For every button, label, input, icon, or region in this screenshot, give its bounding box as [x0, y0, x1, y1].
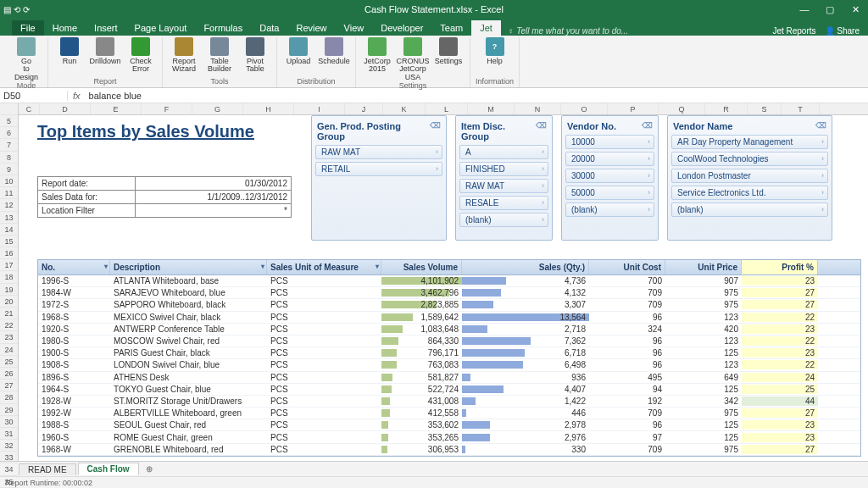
table-row[interactable]: 1992-WALBERTVILLE Whiteboard, greenPCS41… [38, 408, 860, 419]
table-row[interactable]: 1972-SSAPPORO Whiteboard, blackPCS2,823,… [38, 299, 860, 311]
table-row[interactable]: 1968-WGRENOBLE Whiteboard, redPCS306,953… [38, 444, 860, 456]
slicer-item[interactable]: RAW MAT [315, 145, 442, 159]
clear-filter-icon[interactable]: ⌫ [430, 121, 441, 141]
column-header[interactable]: Description▾ [110, 260, 267, 274]
slicer-item[interactable]: (blank) [671, 202, 828, 217]
data-table[interactable]: No.▾Description▾Sales Unit of Measure▾Sa… [37, 259, 861, 457]
slicer-item[interactable]: 10000 [565, 135, 654, 149]
slicer-item[interactable]: RESALE [459, 196, 548, 210]
table-row[interactable]: 1996-SATLANTA Whiteboard, basePCS4,101,9… [38, 275, 860, 287]
tab-review[interactable]: Review [287, 20, 335, 36]
tab-jet[interactable]: Jet [471, 20, 501, 36]
drilldown-button[interactable]: Drilldown [89, 37, 121, 74]
slicer-item[interactable]: 50000 [565, 186, 654, 200]
table-row[interactable]: 1984-WSARAJEVO Whiteboard, bluePCS3,462,… [38, 287, 860, 299]
column-header[interactable]: Sales (Qty.) [462, 260, 589, 274]
help-button[interactable]: ?Help [479, 37, 511, 65]
fx-icon[interactable]: fx [68, 91, 86, 101]
slicer-item[interactable]: RETAIL [315, 162, 442, 176]
slicer-posting-group[interactable]: Gen. Prod. Posting Group⌫RAW MATRETAIL [311, 115, 447, 241]
row-headers[interactable]: 5678910111213141516171819202122232425262… [0, 103, 19, 461]
slicer-item[interactable]: A [459, 145, 548, 159]
close-button[interactable]: ✕ [843, 4, 868, 15]
table-row[interactable]: 1988-SSEOUL Guest Chair, redPCS353,6022,… [38, 419, 860, 431]
filter-dropdown-icon[interactable]: ▾ [376, 263, 379, 270]
tab-developer[interactable]: Developer [372, 20, 431, 36]
tab-data[interactable]: Data [251, 20, 287, 36]
clear-filter-icon[interactable]: ⌫ [536, 121, 547, 141]
tell-me[interactable]: ♀ Tell me what you want to do... [508, 26, 628, 36]
title-bar: ▤ ⟲ ⟳ Cash Flow Statement.xlsx - Excel —… [0, 0, 868, 19]
slicer-item[interactable]: CoolWood Technologies [671, 152, 828, 166]
name-box[interactable]: D50 [0, 91, 68, 101]
column-headers[interactable]: CDEFGHIJKLMNOPQRST [19, 103, 868, 115]
table-row[interactable]: 1920-SANTWERP Conference TablePCS1,083,6… [38, 324, 860, 336]
column-header[interactable]: Profit % [742, 260, 818, 274]
slicer-item[interactable]: AR Day Property Management [671, 135, 828, 149]
check-error-button[interactable]: CheckError [125, 37, 157, 74]
tab-view[interactable]: View [336, 20, 373, 36]
table-row[interactable]: 1900-SPARIS Guest Chair, blackPCS796,171… [38, 347, 860, 359]
slicer-title: Item Disc. Group [461, 121, 536, 141]
slicer-vendor-name[interactable]: Vendor Name⌫AR Day Property ManagementCo… [667, 115, 832, 241]
slicer-item[interactable]: FINISHED [459, 162, 548, 176]
share-button[interactable]: 👤 Share [825, 26, 860, 36]
column-header[interactable]: Unit Price [665, 260, 742, 274]
table-row[interactable]: 1928-WST.MORITZ Storage Unit/DrawersPCS4… [38, 396, 860, 408]
maximize-button[interactable]: ▢ [817, 4, 843, 15]
table-builder-button[interactable]: TableBuilder [203, 37, 236, 74]
tab-home[interactable]: Home [44, 20, 86, 36]
slicer-item[interactable]: (blank) [459, 213, 548, 227]
settings-button[interactable]: Settings [432, 37, 465, 81]
upload-button[interactable]: Upload [282, 37, 314, 65]
formula-input[interactable]: balance blue [86, 91, 868, 101]
table-row[interactable]: 1960-SROME Guest Chair, greenPCS353,2652… [38, 431, 860, 443]
clear-filter-icon[interactable]: ⌫ [642, 121, 653, 131]
sheet-tabs[interactable]: READ MECash Flow⊕ [0, 461, 868, 476]
report-wizard-button[interactable]: ReportWizard [168, 37, 200, 74]
qat[interactable]: ▤ ⟲ ⟳ [3, 5, 30, 14]
slicer-item[interactable]: 20000 [565, 152, 654, 166]
table-row[interactable]: 1908-SLONDON Swivel Chair, bluePCS763,08… [38, 359, 860, 371]
slicer-item[interactable]: London Postmaster [671, 169, 828, 183]
table-row[interactable]: 1980-SMOSCOW Swivel Chair, redPCS864,330… [38, 336, 860, 347]
cells-area[interactable]: Top Items by Sales Volume Report date:01… [19, 115, 868, 461]
tab-file[interactable]: File [12, 20, 44, 36]
slicer-item[interactable]: 30000 [565, 169, 654, 183]
table-row[interactable]: 1896-SATHENS DeskPCS581,82793649564924 [38, 372, 860, 384]
tab-insert[interactable]: Insert [86, 20, 126, 36]
column-header[interactable]: No.▾ [38, 260, 110, 274]
jet-reports-link[interactable]: Jet Reports [772, 26, 815, 36]
schedule-button[interactable]: Schedule [318, 37, 350, 65]
clear-filter-icon[interactable]: ⌫ [815, 121, 826, 131]
table-header[interactable]: No.▾Description▾Sales Unit of Measure▾Sa… [38, 260, 860, 275]
tab-team[interactable]: Team [431, 20, 471, 36]
run-button[interactable]: Run [53, 37, 86, 74]
column-header[interactable]: Sales Volume [381, 260, 462, 274]
jc-icon [368, 37, 387, 56]
add-sheet-button[interactable]: ⊕ [141, 464, 158, 474]
slicer-disc-group[interactable]: Item Disc. Group⌫AFINISHEDRAW MATRESALE(… [455, 115, 553, 241]
sheet-tab[interactable]: Cash Flow [78, 463, 139, 475]
column-header[interactable]: Sales Unit of Measure▾ [267, 260, 381, 274]
worksheet[interactable]: 5678910111213141516171819202122232425262… [0, 103, 868, 461]
slicer-item[interactable]: RAW MAT [459, 179, 548, 193]
table-row[interactable]: 1964-STOKYO Guest Chair, bluePCS522,7244… [38, 384, 860, 396]
column-header[interactable]: Unit Cost [589, 260, 665, 274]
filter-dropdown-icon[interactable]: ▾ [104, 263, 108, 270]
sheet-tab[interactable]: READ ME [19, 463, 76, 475]
slicer-item[interactable]: (blank) [565, 202, 654, 217]
slicer-vendor-no[interactable]: Vendor No.⌫10000200003000050000(blank) [561, 115, 659, 241]
filter-dropdown-icon[interactable]: ▾ [261, 263, 264, 270]
minimize-button[interactable]: — [792, 4, 817, 15]
pivot-table-button[interactable]: PivotTable [239, 37, 271, 74]
drill-icon [96, 37, 114, 56]
tab-page-layout[interactable]: Page Layout [126, 20, 196, 36]
slicer-title: Vendor Name [673, 121, 732, 131]
slicer-item[interactable]: Service Electronics Ltd. [671, 186, 828, 200]
tab-formulas[interactable]: Formulas [195, 20, 251, 36]
go-to-design-button[interactable]: Goto Design [10, 37, 42, 81]
jetcorp-2015-button[interactable]: JetCorp2015 [361, 37, 393, 81]
table-row[interactable]: 1968-SMEXICO Swivel Chair, blackPCS1,589… [38, 312, 860, 324]
cronus-jetcorp-usa-button[interactable]: CRONUSJetCorp USA [397, 37, 429, 81]
